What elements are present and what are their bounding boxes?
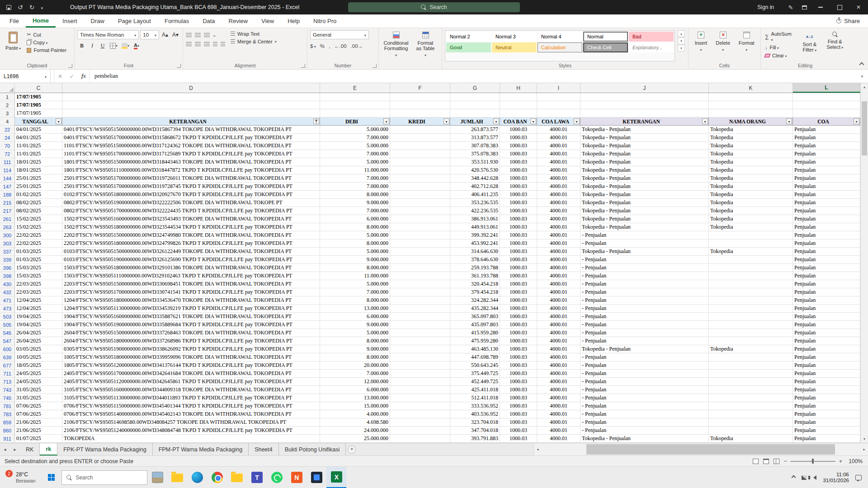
- cancel-icon[interactable]: ✕: [54, 70, 66, 83]
- cell-k[interactable]: Tokopedia: [709, 166, 793, 174]
- column-header-e[interactable]: E: [320, 83, 390, 93]
- sheet-tab-fpk-pt-warna-media-packaging[interactable]: FPK-PT Warna Media Packaging: [57, 443, 152, 455]
- cell-l[interactable]: Penjualan: [793, 288, 860, 296]
- increase-decimal-icon[interactable]: ←.00: [334, 43, 347, 49]
- cell-h[interactable]: 1000.03: [500, 427, 537, 435]
- cell-k[interactable]: [709, 280, 793, 288]
- taskbar-icon-chrome[interactable]: [207, 467, 227, 488]
- cell-l[interactable]: Penjualan: [793, 191, 860, 199]
- cell-k[interactable]: [709, 402, 793, 410]
- cell-l[interactable]: Penjualan: [793, 410, 860, 418]
- cell-g[interactable]: 550.643.245: [450, 361, 500, 370]
- cell-d[interactable]: 0802/FTSCY/WS95051700000000.00WD32222443…: [62, 207, 320, 215]
- delete-cells-button[interactable]: Delete: [712, 30, 734, 61]
- row-number[interactable]: 711: [0, 370, 15, 378]
- cell-d[interactable]: 1904/FTSCY/WS95051900000000.00WD33588968…: [62, 321, 320, 329]
- cell-f[interactable]: [390, 305, 450, 313]
- row-number[interactable]: 505: [0, 321, 15, 329]
- cell-e[interactable]: 7.000.000: [320, 288, 390, 296]
- ribbon-tab-insert[interactable]: Insert: [56, 14, 84, 28]
- cell-f[interactable]: [390, 264, 450, 272]
- cell-g[interactable]: 259.193.788: [450, 264, 500, 272]
- cell-d[interactable]: 0706/FTSCY/WS95051150000000.00WD34540134…: [62, 402, 320, 410]
- new-sheet-button[interactable]: [346, 443, 358, 455]
- cell-d[interactable]: 3105/FTSCY/WS95051130000000.00WD34401189…: [62, 394, 320, 402]
- cell-f[interactable]: [390, 329, 450, 337]
- cell-k[interactable]: [709, 394, 793, 402]
- cell-g[interactable]: [450, 109, 500, 117]
- cell-e[interactable]: 7.000.000: [320, 370, 390, 378]
- cell-d[interactable]: 2604/FTSCY/WS95051500000000.00WD33726846…: [62, 329, 320, 337]
- cell-l[interactable]: Penjualan: [793, 223, 860, 231]
- cell-l[interactable]: Penjualan: [793, 321, 860, 329]
- cell-c[interactable]: 15/02/2025: [15, 215, 62, 223]
- cell-l[interactable]: Penjualan: [793, 207, 860, 215]
- cell-g[interactable]: 263.873.577: [450, 126, 500, 134]
- cell-j[interactable]: - Penjualan: [580, 313, 709, 321]
- cell-f[interactable]: [390, 410, 450, 418]
- cell-l[interactable]: Penjualan: [793, 427, 860, 435]
- row-number[interactable]: 432: [0, 288, 15, 296]
- taskbar-icon-photo[interactable]: [147, 467, 167, 488]
- filter-header-d[interactable]: KETERANGAN: [62, 117, 320, 126]
- cell-i[interactable]: 4000.01: [537, 305, 580, 313]
- cell-c[interactable]: 11/01/2025: [15, 150, 62, 158]
- cell-l[interactable]: Penjualan: [793, 313, 860, 321]
- redo-icon[interactable]: [29, 3, 35, 11]
- cell-g[interactable]: 320.454.218: [450, 280, 500, 288]
- cell-k[interactable]: [709, 378, 793, 386]
- style-chip-calculation[interactable]: Calculation: [538, 42, 582, 52]
- cell-d[interactable]: 1801/FTSCY/WS95051500000000.00WD31844346…: [62, 158, 320, 166]
- ribbon-tab-formulas[interactable]: Formulas: [158, 14, 196, 28]
- cell-d[interactable]: [62, 93, 320, 101]
- conditional-formatting-button[interactable]: Conditional Formatting: [382, 30, 410, 61]
- cell-c[interactable]: 08/02/2025: [15, 207, 62, 215]
- cell-g[interactable]: 314.646.630: [450, 248, 500, 256]
- cell-e[interactable]: 5.000.000: [320, 126, 390, 134]
- cell-f[interactable]: [390, 353, 450, 361]
- dialog-launcher-icon[interactable]: [301, 64, 305, 68]
- row-number[interactable]: 677: [0, 361, 15, 370]
- cell-f[interactable]: [390, 93, 450, 101]
- cell-g[interactable]: 452.449.725: [450, 378, 500, 386]
- cell-d[interactable]: 2501/FTSCY/WS95051700000000.00WD31972601…: [62, 174, 320, 183]
- cell-j[interactable]: Tokopedia - Penjualan: [580, 223, 709, 231]
- cell-d[interactable]: 0103/FTSCY/WS95051500000000.00WD32612244…: [62, 248, 320, 256]
- cell-d[interactable]: 2405/FTSCY/WS95051700000000.00WD34264168…: [62, 370, 320, 378]
- sign-in-button[interactable]: Sign in: [757, 4, 774, 10]
- taskbar-icon-teams[interactable]: T: [247, 467, 267, 488]
- cell-i[interactable]: 4000.01: [537, 361, 580, 370]
- row-number[interactable]: 111: [0, 158, 15, 166]
- cell-f[interactable]: [390, 174, 450, 183]
- cell-g[interactable]: 333.536.952: [450, 402, 500, 410]
- merge-center-button[interactable]: Merge & Center: [231, 39, 277, 44]
- row-number[interactable]: 911: [0, 435, 15, 443]
- cell-l[interactable]: Penjualan: [793, 418, 860, 427]
- cell-c[interactable]: 24/05/2025: [15, 378, 62, 386]
- cell-k[interactable]: [709, 101, 793, 109]
- row-number[interactable]: 2: [0, 101, 15, 109]
- cell-k[interactable]: Tokopedia: [709, 199, 793, 207]
- cell-e[interactable]: 25.000.000: [320, 435, 390, 443]
- filter-dropdown-icon[interactable]: [383, 118, 389, 124]
- cell-c[interactable]: 01/07/2025: [15, 435, 62, 443]
- cell-e[interactable]: 7.000.000: [320, 134, 390, 142]
- cell-i[interactable]: 4000.01: [537, 418, 580, 427]
- cell-f[interactable]: [390, 215, 450, 223]
- cell-k[interactable]: Tokopedia: [709, 174, 793, 183]
- taskbar-icon-folder[interactable]: [227, 467, 247, 488]
- cell-g[interactable]: 365.097.803: [450, 313, 500, 321]
- row-number[interactable]: 396: [0, 264, 15, 272]
- share-button[interactable]: Share: [836, 14, 860, 28]
- cell-h[interactable]: 1000.03: [500, 223, 537, 231]
- cell-i[interactable]: [537, 101, 580, 109]
- cell-f[interactable]: [390, 166, 450, 174]
- collapse-ribbon-icon[interactable]: [859, 62, 864, 67]
- cell-e[interactable]: 6.000.000: [320, 313, 390, 321]
- cell-h[interactable]: 1000.03: [500, 191, 537, 199]
- copy-button[interactable]: Copy: [25, 39, 68, 46]
- fill-color-button[interactable]: [120, 42, 131, 50]
- formula-input[interactable]: pembelian: [90, 70, 856, 83]
- cell-f[interactable]: [390, 427, 450, 435]
- cell-k[interactable]: [709, 305, 793, 313]
